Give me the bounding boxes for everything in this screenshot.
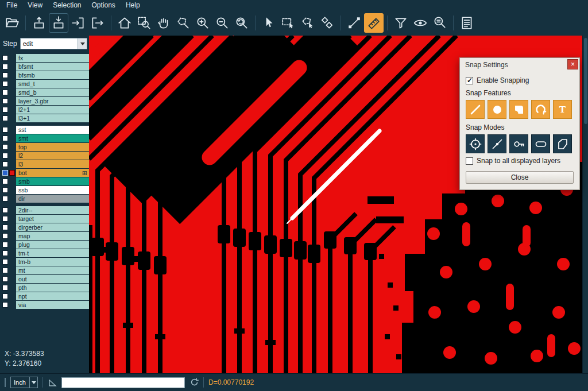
layer-name-band[interactable]: plug [16, 241, 89, 249]
layer-row-sst[interactable]: sst [0, 126, 89, 134]
layer-visibility-checkbox[interactable] [2, 285, 8, 291]
dialog-titlebar[interactable]: Snap Settings × [460, 58, 579, 72]
report-button[interactable] [457, 13, 477, 33]
layer-visibility-checkbox[interactable] [2, 55, 8, 61]
layer-name-band[interactable]: dir [16, 195, 89, 203]
layer-name-band[interactable]: tm-b [16, 258, 89, 266]
layer-name-band[interactable]: dirgerber [16, 223, 89, 231]
layer-visibility-checkbox[interactable] [2, 81, 8, 87]
layer-visibility-checkbox[interactable] [2, 268, 8, 273]
export-board-button[interactable] [29, 13, 49, 33]
layer-visibility-checkbox[interactable] [2, 127, 8, 133]
snap-feature-circle-button[interactable] [488, 100, 506, 119]
layer-name-band[interactable]: bfsmb [16, 71, 89, 79]
layer-visibility-checkbox[interactable] [2, 90, 8, 95]
layer-row-mt[interactable]: mt [0, 266, 89, 274]
layer-name-band[interactable]: l2+1 [16, 106, 89, 114]
zoom-previous-button[interactable] [232, 13, 252, 33]
snap-feature-arc-button[interactable] [531, 100, 550, 119]
layer-row-smd_t[interactable]: smd_t [0, 80, 89, 88]
layer-row-pth[interactable]: pth [0, 284, 89, 292]
layer-row-smd_b[interactable]: smd_b [0, 88, 89, 96]
snap-mode-outline-button[interactable] [553, 134, 572, 153]
layer-name-band[interactable]: sst [16, 126, 89, 134]
layer-row-dir[interactable]: dir [0, 195, 89, 203]
layer-visibility-checkbox[interactable] [2, 161, 8, 167]
layer-name-band[interactable]: top [16, 143, 89, 151]
visibility-button[interactable] [411, 13, 430, 33]
zoom-polygon-button[interactable] [173, 13, 193, 33]
layer-name-band[interactable]: 2dir-- [16, 206, 89, 214]
layer-visibility-checkbox[interactable] [2, 233, 8, 239]
zoom-out-button[interactable] [212, 13, 232, 33]
layer-name-band[interactable]: ssb [16, 186, 89, 194]
zoom-window-button[interactable] [134, 13, 154, 33]
select-polygon-button[interactable] [298, 13, 318, 33]
layer-visibility-checkbox[interactable] [2, 170, 8, 176]
layer-visibility-checkbox[interactable] [2, 187, 8, 193]
layer-visibility-checkbox[interactable] [2, 179, 8, 184]
layer-visibility-checkbox[interactable] [2, 224, 8, 230]
layer-row-l3[interactable]: l3 [0, 160, 89, 168]
enable-snapping-row[interactable]: Enable Snapping [466, 76, 574, 84]
line-draw-button[interactable] [345, 13, 364, 33]
layer-name-band[interactable]: l3 [16, 160, 89, 168]
layer-name-band[interactable]: bot⊞ [16, 169, 89, 177]
close-icon[interactable]: × [567, 59, 578, 69]
step-dropdown-button[interactable] [78, 38, 87, 49]
all-layers-row[interactable]: Snap to all displayed layers [466, 157, 574, 165]
layer-visibility-checkbox[interactable] [2, 250, 8, 256]
layer-visibility-checkbox[interactable] [2, 216, 8, 222]
layer-name-band[interactable]: smd_t [16, 80, 89, 88]
layer-visibility-checkbox[interactable] [2, 144, 8, 150]
layer-visibility-checkbox[interactable] [2, 115, 8, 121]
layer-name-band[interactable]: mt [16, 266, 89, 274]
import-board-button[interactable] [49, 13, 68, 33]
ruler-measure-button[interactable] [364, 13, 384, 33]
layer-visibility-checkbox[interactable] [2, 72, 8, 78]
layer-name-band[interactable]: map [16, 232, 89, 240]
layer-row-layer_3.gbr[interactable]: layer_3.gbr [0, 97, 89, 105]
layer-row-npt[interactable]: npt [0, 292, 89, 300]
menu-item-file[interactable]: File [1, 1, 22, 10]
scrollbar-thumb[interactable] [584, 38, 587, 124]
layer-visibility-checkbox[interactable] [2, 98, 8, 104]
snap-all-layers-checkbox[interactable] [466, 157, 473, 165]
layer-row-l2[interactable]: l2 [0, 152, 89, 160]
menu-item-help[interactable]: Help [121, 1, 145, 10]
layer-visibility-checkbox[interactable] [2, 107, 8, 113]
layer-row-map[interactable]: map [0, 232, 89, 240]
layer-row-l3+1[interactable]: l3+1 [0, 114, 89, 122]
units-dropdown-button[interactable] [29, 377, 37, 388]
layer-row-target[interactable]: target [0, 215, 89, 223]
export-layer-button[interactable] [88, 13, 107, 33]
layer-row-top[interactable]: top [0, 143, 89, 151]
pattern-match-button[interactable] [318, 13, 337, 33]
layer-name-band[interactable]: out [16, 275, 89, 283]
menu-item-view[interactable]: View [22, 1, 48, 10]
layer-visibility-checkbox[interactable] [2, 136, 8, 141]
layer-visibility-checkbox[interactable] [2, 302, 8, 308]
layer-name-band[interactable]: bfsmt [16, 63, 89, 71]
layer-row-bfsmt[interactable]: bfsmt [0, 63, 89, 71]
enable-snapping-checkbox[interactable] [466, 77, 473, 84]
snap-mode-slot-key-button[interactable] [509, 134, 528, 153]
zoom-in-button[interactable] [193, 13, 212, 33]
snap-feature-line-button[interactable] [466, 100, 485, 119]
select-rectangle-button[interactable] [278, 13, 298, 33]
snap-mode-point-on-line-button[interactable] [488, 134, 506, 153]
filter-button[interactable] [391, 13, 411, 33]
layer-row-dirgerber[interactable]: dirgerber [0, 223, 89, 231]
step-combobox[interactable]: edit [20, 38, 87, 49]
layer-visibility-checkbox[interactable] [2, 259, 8, 265]
menu-item-selection[interactable]: Selection [48, 1, 86, 10]
import-layer-button[interactable] [68, 13, 88, 33]
menu-item-options[interactable]: Options [87, 1, 121, 10]
layer-row-ssb[interactable]: ssb [0, 186, 89, 194]
layer-name-band[interactable]: smd_b [16, 88, 89, 96]
snap-feature-text-button[interactable]: T [553, 100, 572, 119]
layer-name-band[interactable]: npt [16, 292, 89, 300]
snap-feature-pad-button[interactable] [509, 100, 528, 119]
home-view-button[interactable] [115, 13, 134, 33]
units-select[interactable]: Inch [10, 377, 38, 388]
